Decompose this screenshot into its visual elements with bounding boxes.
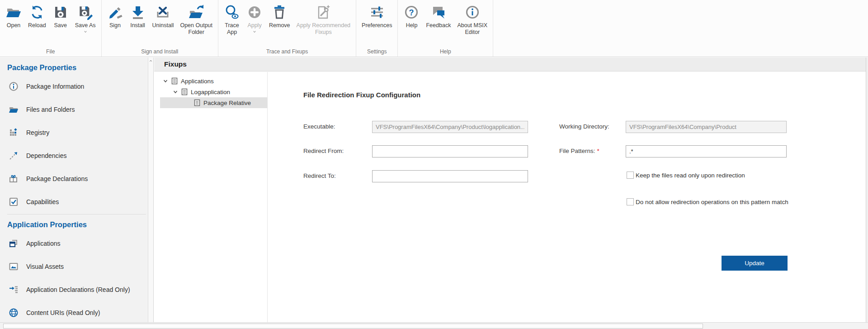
preferences-button[interactable]: Preferences <box>359 0 395 29</box>
redirect-to-label: Redirect To: <box>303 172 336 179</box>
dependencies-arrow-icon <box>9 151 19 161</box>
help-button[interactable]: Help <box>400 0 423 29</box>
fixups-header: Fixups <box>154 57 866 72</box>
update-button[interactable]: Update <box>722 256 788 271</box>
open-output-folder-button[interactable]: Open Output Folder <box>177 0 216 36</box>
ribbon-toolbar: Open Reload Save Save As File Sign <box>0 0 868 57</box>
feedback-chat-icon <box>430 4 447 20</box>
chevron-down-icon[interactable] <box>173 89 181 95</box>
open-output-folder-label: Open Output Folder <box>180 22 212 36</box>
sidebar-item-content-uris[interactable]: Content URIs (Read Only) <box>7 301 153 322</box>
sidebar-item-label: Package Declarations <box>26 175 88 182</box>
no-redirection-checkbox-row: Do not allow redirection operations on t… <box>627 198 788 205</box>
feedback-button-label: Feedback <box>426 22 451 29</box>
open-button[interactable]: Open <box>2 0 25 29</box>
sidebar-item-dependencies[interactable]: Dependencies <box>7 144 153 167</box>
config-title: File Redirection Fixup Configuration <box>303 91 420 99</box>
executable-input[interactable] <box>372 121 528 133</box>
install-arrow-icon <box>130 4 146 20</box>
sign-button-label: Sign <box>109 22 121 29</box>
ribbon-group-label-settings: Settings <box>356 48 397 55</box>
image-icon <box>9 262 19 272</box>
save-as-button[interactable]: Save As <box>72 0 99 33</box>
sidebar-divider <box>7 214 146 215</box>
chevron-placeholder <box>185 100 193 105</box>
save-as-button-label: Save As <box>75 22 96 29</box>
about-msix-editor-button[interactable]: About MSIX Editor <box>454 0 491 36</box>
recommended-fixups-icon <box>315 4 331 20</box>
install-button[interactable]: Install <box>127 0 149 29</box>
remove-button[interactable]: Remove <box>266 0 293 29</box>
tree-node-applications[interactable]: Applications <box>154 76 267 86</box>
trace-app-magnifier-icon <box>224 4 240 20</box>
reload-button-label: Reload <box>28 22 46 29</box>
file-patterns-input[interactable] <box>626 145 787 157</box>
sidebar-item-label: Dependencies <box>26 152 67 159</box>
sidebar-item-capabilities[interactable]: Capabilities <box>7 190 153 213</box>
redirect-from-label: Redirect From: <box>303 148 344 154</box>
working-directory-input[interactable] <box>626 121 787 133</box>
ribbon-group-help: Help Feedback About MSIX Editor Help <box>398 0 493 57</box>
sidebar: Package Properties Package Information F… <box>0 57 154 322</box>
document-icon <box>171 77 178 85</box>
file-patterns-label: File Patterns:* <box>559 148 599 154</box>
sidebar-item-registry[interactable]: Registry <box>7 121 153 144</box>
redirect-from-input[interactable] <box>372 145 528 157</box>
fixups-tree: Applications Logapplication Package Rela… <box>154 72 268 322</box>
feedback-button[interactable]: Feedback <box>423 0 454 29</box>
tree-node-logapplication[interactable]: Logapplication <box>154 86 267 97</box>
apply-button-label: Apply <box>247 22 261 29</box>
fixup-configuration-panel: File Redirection Fixup Configuration Exe… <box>268 72 866 322</box>
save-button[interactable]: Save <box>49 0 72 29</box>
sidebar-item-files-and-folders[interactable]: Files and Folders <box>7 98 153 121</box>
folder-icon <box>9 105 19 114</box>
ribbon-group-label-sign-and-install: Sign and Install <box>102 48 218 55</box>
apply-recommended-fixups-button: Apply Recommended Fixups <box>293 0 354 36</box>
help-question-icon <box>403 4 420 20</box>
fixups-panel-title: Fixups <box>164 60 187 68</box>
sidebar-item-label: Package Information <box>26 83 84 90</box>
no-redirection-checkbox[interactable] <box>627 198 634 205</box>
sidebar-item-label: Files and Folders <box>26 106 75 113</box>
sidebar-item-visual-assets[interactable]: Visual Assets <box>7 255 153 278</box>
keep-read-only-checkbox[interactable] <box>627 172 634 179</box>
apply-plus-icon <box>246 4 263 20</box>
no-redirection-checkbox-label: Do not allow redirection operations on t… <box>636 199 788 205</box>
reload-button[interactable]: Reload <box>25 0 49 29</box>
chevron-down-icon[interactable] <box>83 30 88 33</box>
sign-button[interactable]: Sign <box>104 0 127 29</box>
tree-node-label: Applications <box>181 78 214 85</box>
scrollbar-up-arrow-icon[interactable] <box>148 57 153 64</box>
uninstall-button-label: Uninstall <box>152 22 174 29</box>
sidebar-item-application-declarations[interactable]: Application Declarations (Read Only) <box>7 278 153 301</box>
tree-node-package-relative[interactable]: Package Relative <box>160 97 267 108</box>
trace-app-button[interactable]: Trace App <box>221 0 243 36</box>
required-marker: * <box>597 148 599 154</box>
apply-button: Apply <box>243 0 266 33</box>
sidebar-scrollbar[interactable] <box>148 57 153 322</box>
about-msix-editor-label: About MSIX Editor <box>457 22 487 36</box>
ribbon-group-label-trace-and-fixups: Trace and Fixups <box>218 48 356 55</box>
sidebar-item-package-declarations[interactable]: Package Declarations <box>7 167 153 190</box>
about-info-icon <box>464 4 481 20</box>
horizontal-scrollbar[interactable] <box>0 322 868 329</box>
floppy-disk-icon <box>52 4 69 20</box>
horizontal-scrollbar-thumb[interactable] <box>3 324 703 329</box>
sidebar-item-label: Visual Assets <box>26 263 64 270</box>
uninstall-button[interactable]: Uninstall <box>149 0 177 29</box>
checkbox-check-icon <box>9 197 19 207</box>
chevron-down-icon[interactable] <box>163 78 171 84</box>
document-icon <box>193 99 201 106</box>
redirect-to-input[interactable] <box>372 170 528 182</box>
sidebar-item-applications[interactable]: Applications <box>7 232 153 255</box>
globe-icon <box>9 308 19 318</box>
app-windows-icon <box>9 238 19 248</box>
remove-button-label: Remove <box>269 22 290 29</box>
info-circle-icon <box>9 81 19 91</box>
preferences-button-label: Preferences <box>362 22 392 29</box>
remove-trash-icon <box>271 4 288 20</box>
help-button-label: Help <box>406 22 418 29</box>
sidebar-item-package-information[interactable]: Package Information <box>7 75 153 98</box>
open-folder-icon <box>5 4 22 20</box>
arrow-list-icon <box>9 285 19 295</box>
